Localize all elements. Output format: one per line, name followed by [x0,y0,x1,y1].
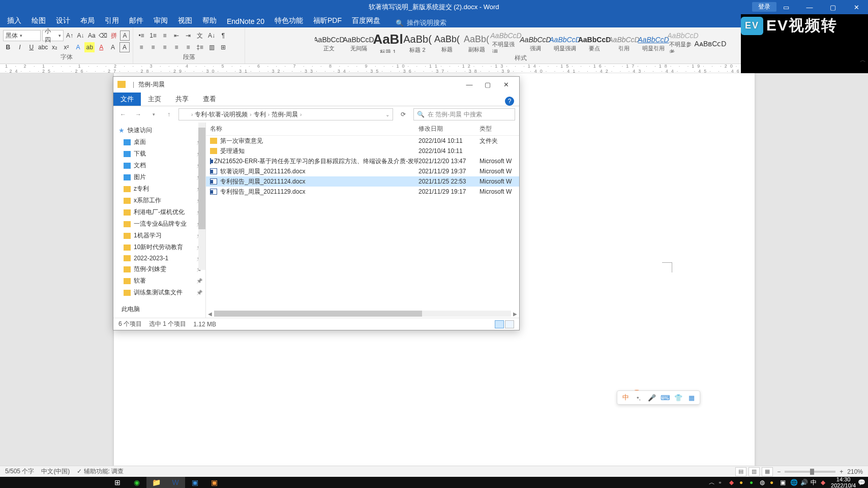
explorer-tab-home[interactable]: 主页 [141,93,168,106]
nav-scrollbar[interactable] [198,123,205,270]
zoom-slider[interactable] [785,471,835,473]
breadcrumb-seg-0[interactable]: 专利-软著-说明视频 [195,110,248,119]
tab-review[interactable]: 审阅 [148,14,173,27]
text-effects-icon[interactable]: A [73,42,83,52]
login-button[interactable]: 登录 [752,2,776,12]
taskbar-explorer-icon[interactable]: 📁 [146,477,166,488]
action-center-icon[interactable]: 💬 [858,479,866,486]
tray-icon[interactable]: ◆ [821,479,829,486]
read-mode-icon[interactable]: ▤ [735,467,746,476]
change-case-icon[interactable]: Aa [87,30,97,41]
increase-indent-icon[interactable]: ⇥ [183,30,193,41]
increase-font-icon[interactable]: A↑ [65,30,75,41]
nav-item[interactable]: 10新时代劳动教育 [113,241,205,253]
nav-item[interactable]: 范例-刘姝雯 [113,263,205,275]
path-dropdown-icon[interactable]: ⌄ [385,112,390,117]
style-subtle-emphasis[interactable]: AaBbCcD不明显强调 [492,28,520,53]
breadcrumb-path[interactable]: › 专利-软著-说明视频› 专利› 范例-周晨› ⌄ [178,108,393,120]
style-nospacing[interactable]: AaBbCcD无间隔 [344,28,373,53]
close-button[interactable]: ✕ [845,0,868,14]
zoom-in-icon[interactable]: + [840,468,843,475]
line-spacing-icon[interactable]: ‡≡ [195,42,205,52]
align-center-icon[interactable]: ≡ [148,42,158,52]
style-emphasis[interactable]: AaBbCcD强调 [521,28,550,53]
ime-toolbar[interactable]: 中 •, 🎤 ⌨ 👕 ▦ [617,390,700,405]
language-indicator[interactable]: 中文(中国) [41,467,70,476]
tab-view[interactable]: 视图 [173,14,197,27]
explorer-nav-pane[interactable]: ★快速访问 桌面下载文档图片z专利x系部工作利港电厂-煤机优化一流专业&品牌专业… [113,123,206,318]
italic-button[interactable]: I [15,42,25,52]
back-button[interactable]: ← [117,111,129,118]
web-layout-icon[interactable]: ▦ [762,467,773,476]
nav-item[interactable]: 文档 [113,160,205,171]
nav-item[interactable]: 1机器学习 [113,230,205,241]
style-quote[interactable]: AaBbCcD引用 [610,28,638,53]
large-icons-view-icon[interactable] [505,320,514,328]
nav-item[interactable]: 软著 [113,275,205,287]
explorer-title-bar[interactable]: | 范例-周晨 — ▢ ✕ [113,77,519,92]
tray-icon[interactable]: ◆ [729,479,737,486]
minimize-button[interactable]: — [798,0,821,14]
nav-item[interactable]: 图片 [113,171,205,183]
distributed-icon[interactable]: ≡ [183,42,193,52]
list-header[interactable]: 名称 修改日期 类型 [206,123,519,136]
style-subtitle[interactable]: AaBb(副标题 [462,28,491,53]
tray-icon[interactable]: ● [739,479,747,486]
taskbar-wechat-icon[interactable]: ◉ [127,477,146,488]
ime-toolbox-icon[interactable]: ▦ [686,393,697,402]
tray-icon[interactable]: ● [770,479,778,486]
zoom-level[interactable]: 210% [847,468,863,475]
tab-insert[interactable]: 插入 [2,14,26,27]
file-row[interactable]: 专利报告_周晨_20211124.docx2021/11/25 22:53Mic… [206,176,519,187]
tab-special[interactable]: 特色功能 [270,14,308,27]
multilevel-icon[interactable]: ≡ [160,30,170,41]
ime-punct-icon[interactable]: •, [634,393,644,402]
style-normal[interactable]: AaBbCcD正文 [315,28,343,53]
nav-item[interactable]: z专利 [113,183,205,195]
nav-quick-access[interactable]: ★快速访问 [113,125,205,136]
tray-ime-indicator[interactable]: 中 [811,478,819,487]
column-type[interactable]: 类型 [480,125,515,133]
tab-mailings[interactable]: 邮件 [124,14,148,27]
tab-help[interactable]: 帮助 [197,14,222,27]
explorer-tab-share[interactable]: 共享 [168,93,196,106]
column-date[interactable]: 修改日期 [418,125,480,133]
explorer-help-icon[interactable]: ? [505,97,514,106]
taskbar-word-icon[interactable]: W [166,477,185,488]
tray-overflow-icon[interactable]: ︿ [709,478,717,487]
bullets-icon[interactable]: •≡ [136,30,146,41]
ime-skin-icon[interactable]: 👕 [673,393,683,402]
tray-network-icon[interactable]: 🌐 [790,479,798,486]
justify-icon[interactable]: ≡ [171,42,182,52]
breadcrumb-seg-2[interactable]: 范例-周晨 [272,110,298,119]
char-shading-icon[interactable]: A [108,42,118,52]
clear-format-icon[interactable]: ⌫ [98,30,108,41]
borders-icon[interactable]: ⊞ [218,42,228,52]
explorer-maximize-button[interactable]: ▢ [478,78,497,90]
font-name-combo[interactable]: 黑体▾ [3,30,41,41]
style-heading1[interactable]: AaBl标题 1 [374,28,402,53]
collapse-ribbon-icon[interactable]: ︿ [860,56,866,65]
accessibility-indicator[interactable]: ✓ 辅助功能: 调查 [77,467,124,476]
tab-baidu[interactable]: 百度网盘 [347,14,385,27]
up-button[interactable]: ↑ [163,111,174,118]
nav-item[interactable]: 利港电厂-煤机优化 [113,206,205,218]
char-border-icon[interactable]: A [119,42,130,52]
tray-icon[interactable]: ▫ [719,479,727,486]
maximize-button[interactable]: ▢ [821,0,845,14]
file-row[interactable]: ZN216520-ERR-基于跨任务互学习的多目标跟踪方法、终端设备及介质-发明… [206,156,519,166]
tab-foxit[interactable]: 福昕PDF [308,14,347,27]
numbering-icon[interactable]: 1≡ [148,30,158,41]
align-left-icon[interactable]: ≡ [136,42,146,52]
explorer-minimize-button[interactable]: — [460,78,478,90]
style-more[interactable]: AᴀBʙCᴄDᴅ [698,28,727,53]
tray-clock[interactable]: 14:30 2022/10/4 [831,476,856,488]
nav-item[interactable]: 下载 [113,148,205,160]
details-view-icon[interactable] [495,320,504,328]
horizontal-ruler[interactable]: 1 · 2 · 1 · · · 1 · · · 2 · · · 3 · · · … [0,64,868,73]
nav-item[interactable]: 2022-2023-1 [113,253,205,263]
nav-item[interactable]: 3D 对象 [113,315,205,318]
tray-icon[interactable]: ◍ [760,479,768,486]
underline-button[interactable]: U [26,42,37,52]
style-title[interactable]: AaBb(标题 [433,28,461,53]
